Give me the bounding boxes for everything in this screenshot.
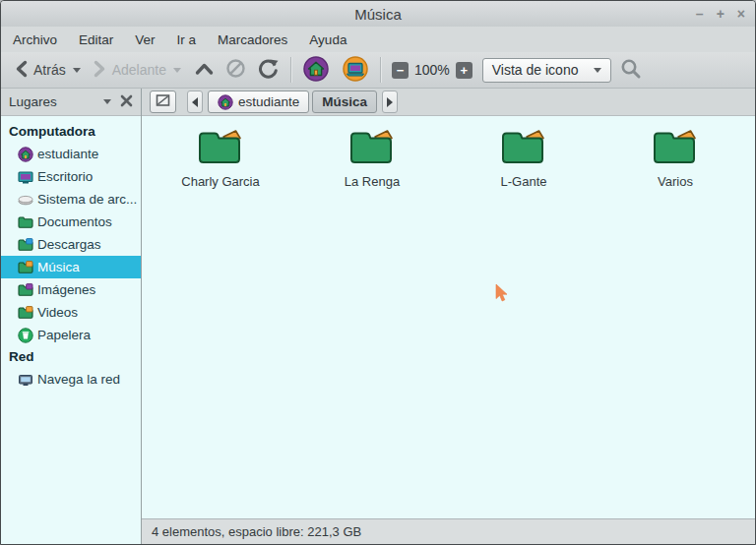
forward-label: Adelante bbox=[112, 62, 166, 78]
up-icon bbox=[195, 62, 214, 79]
menu-ver[interactable]: Ver bbox=[135, 32, 155, 47]
sidebar-item-musica[interactable]: Música bbox=[1, 256, 141, 278]
folder-icon bbox=[197, 128, 244, 169]
main-row: Lugares ComputadoraestudianteEscritorioS… bbox=[1, 89, 755, 544]
sidebar-item-label: Papelera bbox=[37, 328, 91, 342]
path-scroll-left-button[interactable] bbox=[187, 91, 203, 113]
folder-icon bbox=[348, 128, 396, 169]
path-button-label: estudiante bbox=[238, 94, 299, 109]
minimize-icon[interactable]: – bbox=[696, 7, 704, 21]
path-button-musica[interactable]: Música bbox=[312, 91, 377, 113]
path-scroll-right-button[interactable] bbox=[382, 91, 398, 113]
file-name: Charly Garcia bbox=[181, 174, 259, 189]
sidebar-item-papelera[interactable]: Papelera bbox=[1, 324, 141, 346]
scroll-right-icon bbox=[387, 97, 393, 107]
sidebar-item-label: Escritorio bbox=[37, 169, 93, 184]
view-mode-selector[interactable]: Vista de icono bbox=[482, 58, 612, 83]
file-name: L-Gante bbox=[501, 174, 547, 189]
search-icon bbox=[620, 58, 642, 83]
trash-icon bbox=[18, 328, 33, 343]
sidebar-item-label: Imágenes bbox=[37, 282, 95, 297]
maximize-icon[interactable]: + bbox=[717, 7, 724, 21]
forward-icon bbox=[93, 60, 107, 81]
file-name: La Renga bbox=[345, 174, 400, 189]
sidebar-list: ComputadoraestudianteEscritorioSistema d… bbox=[1, 116, 141, 544]
search-button[interactable] bbox=[620, 58, 642, 83]
places-header: Lugares bbox=[1, 89, 141, 116]
forward-button[interactable]: Adelante bbox=[90, 58, 184, 83]
sidebar-item-label: Sistema de arc... bbox=[37, 192, 137, 207]
up-button[interactable] bbox=[192, 60, 217, 81]
desktop-icon bbox=[343, 56, 368, 85]
toolbar-separator bbox=[290, 57, 291, 83]
sidebar-item-documentos[interactable]: Documentos bbox=[1, 211, 141, 233]
zoom-level: 100% bbox=[414, 62, 450, 78]
toggle-path-entry-button[interactable] bbox=[150, 91, 176, 113]
sidebar-item-label: Música bbox=[37, 260, 80, 274]
folder-music-icon bbox=[18, 260, 33, 275]
sidebar-item-videos[interactable]: Videos bbox=[1, 301, 141, 324]
sidebar-item-escritorio[interactable]: Escritorio bbox=[1, 165, 141, 188]
file-name: Varios bbox=[658, 174, 693, 189]
file-view[interactable]: Charly GarciaLa RengaL-GanteVarios bbox=[142, 116, 755, 518]
home-circle-icon bbox=[218, 94, 233, 110]
desktop-icon bbox=[18, 169, 33, 185]
sidebar-item-estudiante[interactable]: estudiante bbox=[1, 143, 141, 165]
home-icon bbox=[303, 56, 329, 85]
sidebar-section-red: Red bbox=[1, 346, 141, 368]
back-button[interactable]: Atrás bbox=[11, 58, 84, 83]
desktop-button[interactable] bbox=[339, 56, 372, 85]
cancel-button[interactable] bbox=[222, 56, 249, 84]
zoom-in-icon[interactable]: + bbox=[456, 62, 472, 79]
window-controls: – + × bbox=[696, 1, 745, 27]
places-panel-title: Lugares bbox=[9, 94, 57, 109]
sidebar-item-imagenes[interactable]: Imágenes bbox=[1, 278, 141, 301]
sidebar-section-computadora: Computadora bbox=[1, 121, 141, 143]
sidebar-item-label: Navega la red bbox=[37, 372, 120, 387]
path-button-estudiante[interactable]: estudiante bbox=[208, 91, 309, 113]
scroll-left-icon bbox=[192, 97, 198, 107]
sidebar-item-label: Videos bbox=[37, 305, 78, 320]
status-text: 4 elementos, espacio libre: 221,3 GB bbox=[152, 524, 361, 539]
sidebar-item-sistema-de-arc[interactable]: Sistema de arc... bbox=[1, 188, 141, 211]
cancel-icon bbox=[225, 58, 246, 82]
places-close-button[interactable] bbox=[120, 94, 133, 110]
folder-video-icon bbox=[18, 305, 33, 321]
home-button[interactable] bbox=[299, 56, 333, 85]
sidebar-item-label: Descargas bbox=[37, 237, 101, 252]
menu-marcadores[interactable]: Marcadores bbox=[218, 32, 287, 47]
menu-editar[interactable]: Editar bbox=[79, 32, 113, 47]
sidebar-item-descargas[interactable]: Descargas bbox=[1, 233, 141, 256]
menu-ayuda[interactable]: Ayuda bbox=[309, 32, 346, 47]
reload-icon bbox=[257, 58, 280, 82]
file-item-varios[interactable]: Varios bbox=[599, 128, 751, 189]
content-column: estudianteMúsica Charly GarciaLa RengaL-… bbox=[142, 89, 755, 544]
file-item-la-renga[interactable]: La Renga bbox=[296, 128, 448, 189]
drive-icon bbox=[18, 192, 33, 208]
reload-button[interactable] bbox=[254, 56, 283, 84]
folder-images-icon bbox=[18, 282, 33, 298]
toggle-path-entry-icon bbox=[156, 93, 170, 110]
close-icon[interactable]: × bbox=[737, 7, 745, 21]
folder-icon bbox=[500, 128, 547, 169]
zoom-out-icon[interactable]: − bbox=[392, 62, 409, 79]
window-title: Música bbox=[354, 6, 402, 23]
home-circle-icon bbox=[18, 147, 33, 162]
file-item-charly-garcia[interactable]: Charly Garcia bbox=[145, 128, 296, 189]
network-icon bbox=[18, 372, 33, 388]
status-bar: 4 elementos, espacio libre: 221,3 GB bbox=[142, 518, 755, 544]
places-dropdown-icon[interactable] bbox=[103, 99, 111, 104]
menubar: ArchivoEditarVerIr aMarcadoresAyuda bbox=[1, 27, 755, 52]
titlebar[interactable]: Música – + × bbox=[1, 1, 755, 27]
folder-downloads-icon bbox=[18, 237, 33, 253]
back-dropdown-icon[interactable] bbox=[73, 68, 81, 73]
sidebar-item-navega-la-red[interactable]: Navega la red bbox=[1, 368, 141, 391]
file-item-l-gante[interactable]: L-Gante bbox=[448, 128, 599, 189]
menu-archivo[interactable]: Archivo bbox=[13, 32, 57, 47]
menu-ir-a[interactable]: Ir a bbox=[177, 32, 197, 47]
toolbar: Atrás Adelante − 100% + Vista de icono bbox=[1, 52, 755, 89]
mouse-cursor bbox=[494, 283, 508, 306]
sidebar-item-label: Documentos bbox=[37, 214, 112, 229]
places-panel: Lugares ComputadoraestudianteEscritorioS… bbox=[1, 89, 142, 544]
view-mode-value: Vista de icono bbox=[492, 62, 579, 78]
